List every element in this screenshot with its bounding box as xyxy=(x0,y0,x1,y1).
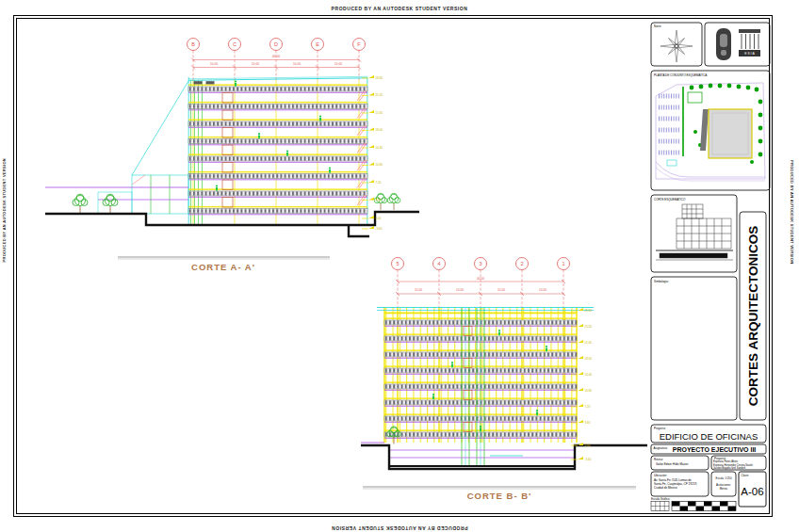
corte-a-annex-building xyxy=(45,81,188,214)
sheet-number: A-06 xyxy=(741,486,763,497)
corte-a-title: CORTE A- A' xyxy=(118,257,330,272)
grid-bubble-label: E xyxy=(316,41,319,47)
corte-a-section-drawing: B C D E F 40.00 10.00 10.00 10.00 10.00 xyxy=(38,34,424,275)
level-label: 7.20 xyxy=(585,405,591,409)
project-name: EDIFICIO DE OFICINAS xyxy=(660,431,758,442)
grid-bubble-label: 2 xyxy=(520,261,523,266)
autodesk-watermark-right: PRODUCED BY AN AUTODESK STUDENT VERSION xyxy=(790,160,794,264)
designer-name: Espinosa Flores Alexis xyxy=(713,459,739,463)
level-label: 25.20 xyxy=(585,325,593,329)
logos-box: E S I A xyxy=(705,23,770,66)
grid-bubble-label: C xyxy=(233,41,236,47)
bay-dimension: 10.00 xyxy=(293,62,301,66)
symbols-box: Simbologia: xyxy=(651,277,737,420)
level-label: -3.60 xyxy=(585,458,592,461)
roof-equipment xyxy=(206,81,215,84)
corte-b-title: CORTE B- B' xyxy=(363,487,636,501)
site-main-building xyxy=(709,109,752,158)
schematic-section-box: CORTE ESQUEMATICO xyxy=(651,195,737,272)
level-label: 18.00 xyxy=(376,128,383,132)
drawing-sheet: PRODUCED BY AN AUTODESK STUDENT VERSION … xyxy=(0,0,799,532)
level-label: 7.20 xyxy=(376,181,382,185)
location-line: Ciudad de Mexico xyxy=(654,486,677,490)
level-label: 10.80 xyxy=(585,389,593,393)
location-label: Ubicación: xyxy=(654,474,667,477)
project-label: Proyecto: xyxy=(654,427,666,430)
corte-b-section-drawing: 5 4 3 2 1 40.00 10.00 10.00 10.00 10.00 xyxy=(358,247,652,503)
level-label: 18.00 xyxy=(585,357,593,361)
reviewer-name: Galán Edwin Hilde Maxeri xyxy=(656,462,689,466)
north-label: Norte: xyxy=(654,24,661,28)
sheet-number-label: Clave: xyxy=(742,474,750,477)
schematic-section-drawing xyxy=(656,204,733,260)
corte-b-basement xyxy=(361,443,575,466)
level-label: 21.60 xyxy=(585,341,593,345)
title-block-panel: Norte: E S I A xyxy=(648,19,773,516)
scale-value: Escala: 1:250 xyxy=(716,476,732,480)
designers-label: Proyectó: xyxy=(714,457,726,460)
level-label: 3.60 xyxy=(376,198,382,202)
corte-a-grid-and-dimensions: B C D E F 40.00 10.00 10.00 10.00 10.00 xyxy=(188,39,366,81)
level-label: 0.00 xyxy=(585,443,591,447)
grid-bubble-label: 3 xyxy=(479,261,481,266)
bay-dimension: 10.00 xyxy=(415,288,422,292)
level-label: 25.20 xyxy=(376,93,383,97)
units-value: Metros xyxy=(720,487,728,491)
grid-bubble-label: F xyxy=(357,41,361,47)
level-label: 21.60 xyxy=(376,111,383,115)
autodesk-watermark-left: PRODUCED BY AN AUTODESK STUDENT VERSION xyxy=(2,158,7,262)
bay-dimension: 10.00 xyxy=(539,288,546,292)
grid-bubble-label: 1 xyxy=(562,261,564,266)
graphic-scale-label: Escala Gráfica: xyxy=(651,497,671,501)
level-label: 14.40 xyxy=(585,373,593,377)
sheet-title: CORTES ARQUITECTONICOS xyxy=(746,226,760,406)
autodesk-watermark-top: PRODUCED BY AN AUTODESK STUDENT VERSION xyxy=(332,6,468,11)
compass-icon xyxy=(660,30,693,62)
sheet-title-strip: CORTES ARQUITECTONICOS xyxy=(740,212,766,420)
overall-dimension: 40.00 xyxy=(477,277,484,281)
level-label: -3.60 xyxy=(376,227,383,231)
designer-name: Jacobo Magaña Itzel Xanderli xyxy=(713,466,746,470)
site-plan-drawing xyxy=(656,83,765,181)
course-label: Asignatura: xyxy=(654,446,668,450)
level-label: 3.60 xyxy=(585,421,591,425)
reviewer-label: Reviso: xyxy=(654,458,663,461)
grid-bubble-label: 4 xyxy=(437,261,440,266)
course-name: PROYECTO EJECUTIVO III xyxy=(673,446,757,453)
site-plan-box: PLANTA DE CONJUNTO ESQUEMATICA xyxy=(651,71,770,190)
bay-dimension: 10.00 xyxy=(456,288,464,292)
level-label: 28.80 xyxy=(376,76,383,80)
bay-dimension: 10.00 xyxy=(210,62,218,66)
university-logo-icon xyxy=(716,28,731,60)
ground-line xyxy=(45,212,419,236)
designer-name: Espinosa Hernandez Cristina Sarahi xyxy=(713,463,753,467)
schematic-section-label: CORTE ESQUEMATICO xyxy=(654,198,686,202)
north-box: Norte: xyxy=(651,23,702,66)
title-block: Proyecto: EDIFICIO DE OFICINAS Asignatur… xyxy=(651,425,766,511)
esia-building-logo-icon: E S I A xyxy=(739,29,760,56)
roof-equipment xyxy=(194,81,203,84)
esia-logo-text: E S I A xyxy=(744,52,755,56)
grid-bubble-label: D xyxy=(274,41,278,47)
level-label: 10.80 xyxy=(376,163,383,167)
symbols-label: Simbologia: xyxy=(654,280,669,283)
grid-bubble-label: B xyxy=(191,41,195,47)
corte-b-building-tower xyxy=(377,308,594,467)
bay-dimension: 10.00 xyxy=(497,288,505,292)
autodesk-watermark-bottom: PRODUCED BY AN AUTODESK STUDENT VERSION xyxy=(332,525,468,531)
graphic-scale-bar xyxy=(651,502,736,511)
corte-b-grid-and-dimensions: 5 4 3 2 1 40.00 10.00 10.00 10.00 10.00 xyxy=(392,258,570,309)
level-label: 14.40 xyxy=(376,146,383,150)
corte-a-building-tower xyxy=(188,76,367,225)
section-title: CORTE A- A' xyxy=(191,262,255,272)
grid-bubble-label: 5 xyxy=(396,261,399,266)
section-title: CORTE B- B' xyxy=(467,491,532,501)
bay-dimension: 10.00 xyxy=(334,62,342,66)
level-label: 28.80 xyxy=(585,309,593,313)
site-plan-label: PLANTA DE CONJUNTO ESQUEMATICA xyxy=(654,73,707,77)
bay-dimension: 10.00 xyxy=(252,62,259,66)
level-label: 0.00 xyxy=(376,217,382,220)
overall-dimension: 40.00 xyxy=(272,55,280,58)
elevator-symbols xyxy=(222,93,233,208)
